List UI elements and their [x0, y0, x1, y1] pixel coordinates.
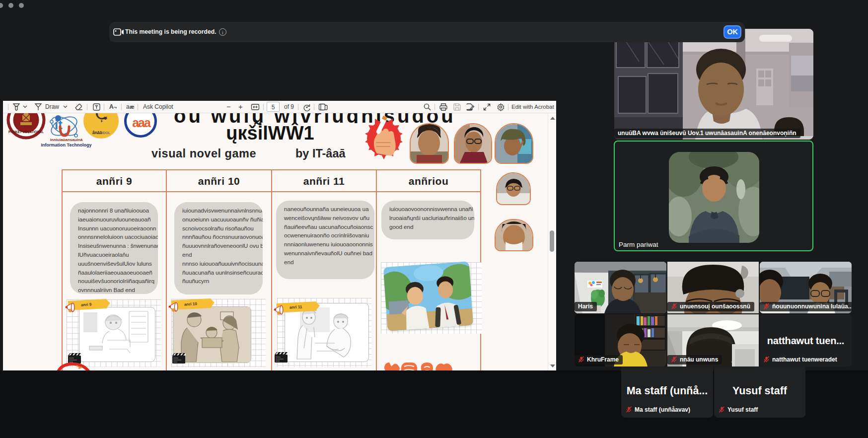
svg-text:PHUKET VOCATIONAL: PHUKET VOCATIONAL: [8, 130, 44, 134]
